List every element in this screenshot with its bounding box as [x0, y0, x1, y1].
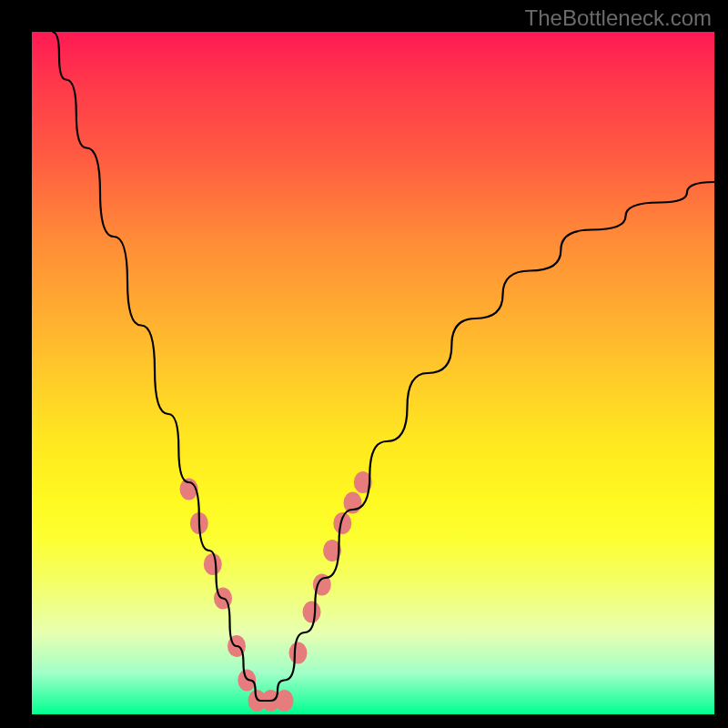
chart-svg [32, 32, 714, 714]
curve-marker [303, 602, 321, 623]
curve-marker [204, 553, 222, 575]
curve-marker [289, 642, 308, 664]
bottleneck-curve [53, 32, 715, 701]
curve-marker [333, 512, 351, 534]
watermark-text: TheBottleneck.com [525, 5, 712, 31]
plot-area [32, 32, 714, 714]
markers-group [180, 471, 372, 712]
